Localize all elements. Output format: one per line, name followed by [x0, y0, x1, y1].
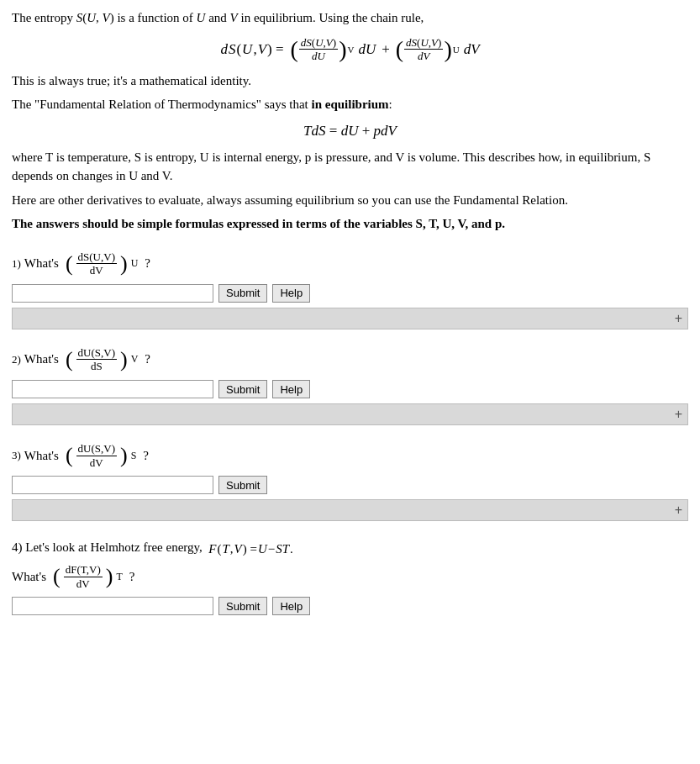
question-2-qmark: ?: [145, 352, 150, 366]
question-2-plus[interactable]: +: [675, 407, 682, 422]
question-3-fraction: dU(S,V) dV: [76, 442, 117, 469]
question-4-help[interactable]: Help: [272, 597, 310, 615]
question-2-subscript: V: [131, 353, 139, 366]
question-2: 2) What's ( dU(S,V) dS ) V ? Submit Help…: [12, 346, 688, 425]
question-4-label: What's ( dF(T,V) dV ) T ?: [12, 563, 688, 590]
question-2-whats: What's: [24, 352, 59, 366]
answers-should: The answers should be simple formulas ex…: [12, 214, 688, 234]
question-4-submit[interactable]: Submit: [218, 597, 267, 615]
question-1-help[interactable]: Help: [272, 284, 310, 303]
question-2-submit[interactable]: Submit: [218, 380, 267, 398]
intro-line1: The entropy S(U, V) is a function of U a…: [12, 8, 688, 28]
question-3-input-row: Submit: [12, 476, 688, 494]
question-2-rparen: ): [120, 349, 128, 371]
question-1-fraction: dS(U,V) dV: [76, 250, 117, 277]
question-3-lparen: (: [66, 445, 73, 466]
question-3: 3) What's ( dU(S,V) dV ) S ? Submit +: [12, 442, 688, 521]
question-1-input-row: Submit Help: [12, 284, 688, 303]
question-1-label: 1) What's ( dS(U,V) dV ) U ?: [12, 250, 688, 277]
question-1-submit[interactable]: Submit: [218, 284, 267, 303]
here-are: Here are other derivatives to evaluate, …: [12, 191, 688, 210]
chain-rule-equation: dS(U,V) = ( dS(U,V) dU ) V dU + ( dS(U,V…: [12, 36, 688, 63]
question-1-plus[interactable]: +: [675, 311, 682, 326]
question-4-input-row: Submit Help: [12, 597, 688, 615]
question-4-qmark: ?: [129, 570, 135, 584]
identity-note: This is always true; it's a mathematical…: [12, 71, 688, 91]
question-3-input[interactable]: [12, 476, 213, 494]
question-1-whats: What's: [24, 256, 59, 271]
question-4-lparen: (: [53, 566, 61, 587]
question-3-qmark: ?: [143, 449, 149, 463]
question-1-lparen: (: [66, 253, 73, 275]
question-3-number: 3): [12, 449, 21, 462]
helmholtz-formula: F(T, V) = U − ST.: [208, 540, 293, 559]
question-2-feedback: +: [12, 403, 688, 425]
question-4-fraction: dF(T,V) dV: [64, 563, 103, 590]
question-1-subscript: U: [131, 257, 139, 270]
question-4-whats: What's: [12, 570, 46, 584]
question-3-submit[interactable]: Submit: [218, 476, 267, 494]
question-2-input[interactable]: [12, 380, 213, 398]
where-text: where T is temperature, S is entropy, U …: [12, 148, 688, 186]
question-3-rparen: ): [120, 445, 128, 466]
question-1-number: 1): [12, 257, 21, 271]
fundamental-intro: The "Fundamental Relation of Thermodynam…: [12, 95, 688, 114]
question-2-input-row: Submit Help: [12, 380, 688, 398]
question-3-feedback: +: [12, 499, 688, 521]
question-4-input[interactable]: [12, 597, 213, 615]
question-4: 4) Let's look at Helmhotz free energy, F…: [12, 538, 688, 615]
question-1: 1) What's ( dS(U,V) dV ) U ? Submit Help…: [12, 250, 688, 329]
question-4-rparen: ): [106, 566, 113, 587]
question-3-whats: What's: [24, 449, 59, 463]
question-1-feedback: +: [12, 308, 688, 329]
question-1-input[interactable]: [12, 284, 213, 303]
question-1-qmark: ?: [145, 256, 150, 271]
question-3-plus[interactable]: +: [675, 503, 682, 518]
question-3-label: 3) What's ( dU(S,V) dV ) S ?: [12, 442, 688, 469]
question-3-subscript: S: [131, 450, 137, 462]
question-2-number: 2): [12, 353, 21, 366]
question-4-intro: 4) Let's look at Helmhotz free energy, F…: [12, 538, 688, 558]
question-2-lparen: (: [66, 349, 73, 371]
question-2-label: 2) What's ( dU(S,V) dS ) V ?: [12, 346, 688, 373]
question-2-fraction: dU(S,V) dS: [76, 346, 117, 373]
fundamental-equation: TdS = dU + pdV: [12, 123, 688, 140]
question-1-rparen: ): [120, 253, 128, 275]
question-2-help[interactable]: Help: [272, 380, 310, 398]
question-4-subscript: T: [116, 571, 122, 583]
